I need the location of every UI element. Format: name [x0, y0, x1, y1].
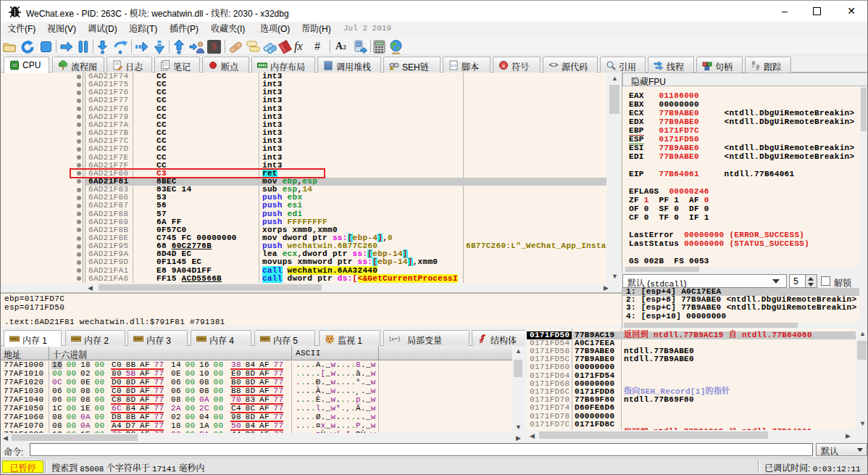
svg-text:a: a — [502, 62, 505, 69]
svg-text:!: ! — [391, 67, 392, 70]
svg-text:<>: <> — [451, 63, 456, 69]
svg-text:32: 32 — [12, 63, 17, 67]
